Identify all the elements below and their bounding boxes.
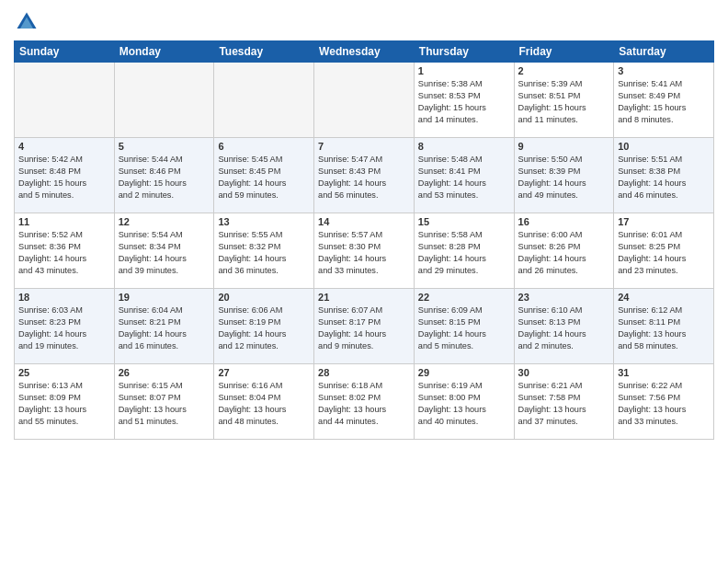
day-info: Sunrise: 5:52 AM Sunset: 8:36 PM Dayligh…: [18, 229, 110, 277]
day-number: 19: [119, 292, 210, 303]
calendar-cell: 5Sunrise: 5:44 AM Sunset: 8:46 PM Daylig…: [114, 138, 214, 213]
calendar-week-4: 18Sunrise: 6:03 AM Sunset: 8:23 PM Dayli…: [15, 289, 714, 364]
day-info: Sunrise: 6:13 AM Sunset: 8:09 PM Dayligh…: [18, 380, 110, 428]
day-number: 2: [518, 65, 610, 76]
calendar-cell: [214, 63, 314, 138]
day-number: 24: [618, 292, 710, 303]
calendar-cell: 2Sunrise: 5:39 AM Sunset: 8:51 PM Daylig…: [514, 63, 614, 138]
calendar-cell: 20Sunrise: 6:06 AM Sunset: 8:19 PM Dayli…: [214, 289, 314, 364]
calendar-cell: 12Sunrise: 5:54 AM Sunset: 8:34 PM Dayli…: [114, 213, 214, 289]
day-info: Sunrise: 5:44 AM Sunset: 8:46 PM Dayligh…: [119, 154, 210, 201]
calendar-cell: 17Sunrise: 6:01 AM Sunset: 8:25 PM Dayli…: [614, 213, 714, 289]
calendar-cell: 24Sunrise: 6:12 AM Sunset: 8:11 PM Dayli…: [614, 289, 714, 364]
day-info: Sunrise: 6:09 AM Sunset: 8:15 PM Dayligh…: [418, 304, 510, 352]
calendar-cell: 27Sunrise: 6:16 AM Sunset: 8:04 PM Dayli…: [214, 364, 314, 440]
day-info: Sunrise: 6:15 AM Sunset: 8:07 PM Dayligh…: [119, 380, 210, 428]
logo: [14, 9, 43, 35]
day-number: 4: [18, 141, 110, 152]
calendar-header-row: SundayMondayTuesdayWednesdayThursdayFrid…: [15, 41, 714, 63]
weekday-header-friday: Friday: [514, 41, 614, 63]
calendar-cell: 16Sunrise: 6:00 AM Sunset: 8:26 PM Dayli…: [514, 213, 614, 289]
day-number: 9: [518, 141, 610, 152]
calendar-cell: 18Sunrise: 6:03 AM Sunset: 8:23 PM Dayli…: [15, 289, 115, 364]
day-info: Sunrise: 5:54 AM Sunset: 8:34 PM Dayligh…: [119, 229, 210, 277]
day-number: 23: [518, 292, 610, 303]
day-info: Sunrise: 5:38 AM Sunset: 8:53 PM Dayligh…: [418, 78, 510, 126]
day-info: Sunrise: 6:12 AM Sunset: 8:11 PM Dayligh…: [618, 304, 710, 352]
day-number: 31: [618, 367, 710, 378]
day-number: 30: [518, 367, 610, 378]
weekday-header-saturday: Saturday: [614, 41, 714, 63]
weekday-header-sunday: Sunday: [15, 41, 115, 63]
day-info: Sunrise: 5:58 AM Sunset: 8:28 PM Dayligh…: [418, 229, 510, 277]
day-number: 7: [318, 141, 410, 152]
calendar-cell: 14Sunrise: 5:57 AM Sunset: 8:30 PM Dayli…: [314, 213, 415, 289]
day-info: Sunrise: 6:22 AM Sunset: 7:56 PM Dayligh…: [618, 380, 710, 428]
calendar-cell: 26Sunrise: 6:15 AM Sunset: 8:07 PM Dayli…: [114, 364, 214, 440]
day-number: 28: [318, 367, 410, 378]
calendar-table: SundayMondayTuesdayWednesdayThursdayFrid…: [14, 40, 714, 440]
calendar-cell: 30Sunrise: 6:21 AM Sunset: 7:58 PM Dayli…: [514, 364, 614, 440]
calendar-cell: 19Sunrise: 6:04 AM Sunset: 8:21 PM Dayli…: [114, 289, 214, 364]
weekday-header-wednesday: Wednesday: [314, 41, 415, 63]
day-info: Sunrise: 6:19 AM Sunset: 8:00 PM Dayligh…: [418, 380, 510, 428]
day-info: Sunrise: 6:18 AM Sunset: 8:02 PM Dayligh…: [318, 380, 410, 428]
day-number: 8: [418, 141, 510, 152]
day-info: Sunrise: 5:51 AM Sunset: 8:38 PM Dayligh…: [618, 154, 710, 201]
calendar-cell: 29Sunrise: 6:19 AM Sunset: 8:00 PM Dayli…: [414, 364, 514, 440]
calendar-cell: [15, 63, 115, 138]
day-info: Sunrise: 5:45 AM Sunset: 8:45 PM Dayligh…: [218, 154, 310, 201]
day-number: 6: [218, 141, 310, 152]
day-info: Sunrise: 5:55 AM Sunset: 8:32 PM Dayligh…: [218, 229, 310, 277]
day-number: 15: [418, 216, 510, 227]
weekday-header-thursday: Thursday: [414, 41, 514, 63]
day-number: 11: [18, 216, 110, 227]
calendar-cell: 6Sunrise: 5:45 AM Sunset: 8:45 PM Daylig…: [214, 138, 314, 213]
day-info: Sunrise: 5:39 AM Sunset: 8:51 PM Dayligh…: [518, 78, 610, 126]
calendar-cell: 11Sunrise: 5:52 AM Sunset: 8:36 PM Dayli…: [15, 213, 115, 289]
day-number: 17: [618, 216, 710, 227]
day-info: Sunrise: 6:04 AM Sunset: 8:21 PM Dayligh…: [119, 304, 210, 352]
day-number: 10: [618, 141, 710, 152]
day-info: Sunrise: 5:42 AM Sunset: 8:48 PM Dayligh…: [18, 154, 110, 201]
day-info: Sunrise: 6:03 AM Sunset: 8:23 PM Dayligh…: [18, 304, 110, 352]
day-info: Sunrise: 5:48 AM Sunset: 8:41 PM Dayligh…: [418, 154, 510, 201]
calendar-week-5: 25Sunrise: 6:13 AM Sunset: 8:09 PM Dayli…: [15, 364, 714, 440]
day-number: 16: [518, 216, 610, 227]
calendar-cell: 7Sunrise: 5:47 AM Sunset: 8:43 PM Daylig…: [314, 138, 415, 213]
day-info: Sunrise: 6:21 AM Sunset: 7:58 PM Dayligh…: [518, 380, 610, 428]
day-info: Sunrise: 6:01 AM Sunset: 8:25 PM Dayligh…: [618, 229, 710, 277]
calendar-cell: 31Sunrise: 6:22 AM Sunset: 7:56 PM Dayli…: [614, 364, 714, 440]
calendar-week-1: 1Sunrise: 5:38 AM Sunset: 8:53 PM Daylig…: [15, 63, 714, 138]
calendar-cell: 10Sunrise: 5:51 AM Sunset: 8:38 PM Dayli…: [614, 138, 714, 213]
calendar-cell: 1Sunrise: 5:38 AM Sunset: 8:53 PM Daylig…: [414, 63, 514, 138]
day-number: 18: [18, 292, 110, 303]
day-number: 20: [218, 292, 310, 303]
day-info: Sunrise: 5:57 AM Sunset: 8:30 PM Dayligh…: [318, 229, 410, 277]
calendar-cell: 25Sunrise: 6:13 AM Sunset: 8:09 PM Dayli…: [15, 364, 115, 440]
calendar-cell: 28Sunrise: 6:18 AM Sunset: 8:02 PM Dayli…: [314, 364, 415, 440]
calendar-week-3: 11Sunrise: 5:52 AM Sunset: 8:36 PM Dayli…: [15, 213, 714, 289]
day-info: Sunrise: 6:10 AM Sunset: 8:13 PM Dayligh…: [518, 304, 610, 352]
day-number: 1: [418, 65, 510, 76]
calendar-cell: [314, 63, 415, 138]
day-info: Sunrise: 5:47 AM Sunset: 8:43 PM Dayligh…: [318, 154, 410, 201]
day-number: 25: [18, 367, 110, 378]
calendar-cell: [114, 63, 214, 138]
day-number: 29: [418, 367, 510, 378]
header: [14, 9, 714, 35]
calendar-cell: 13Sunrise: 5:55 AM Sunset: 8:32 PM Dayli…: [214, 213, 314, 289]
day-info: Sunrise: 5:41 AM Sunset: 8:49 PM Dayligh…: [618, 78, 710, 126]
day-info: Sunrise: 6:07 AM Sunset: 8:17 PM Dayligh…: [318, 304, 410, 352]
day-number: 12: [119, 216, 210, 227]
day-info: Sunrise: 5:50 AM Sunset: 8:39 PM Dayligh…: [518, 154, 610, 201]
calendar-cell: 23Sunrise: 6:10 AM Sunset: 8:13 PM Dayli…: [514, 289, 614, 364]
calendar-cell: 22Sunrise: 6:09 AM Sunset: 8:15 PM Dayli…: [414, 289, 514, 364]
day-number: 21: [318, 292, 410, 303]
logo-icon: [14, 9, 40, 35]
day-info: Sunrise: 6:06 AM Sunset: 8:19 PM Dayligh…: [218, 304, 310, 352]
weekday-header-monday: Monday: [114, 41, 214, 63]
calendar-cell: 15Sunrise: 5:58 AM Sunset: 8:28 PM Dayli…: [414, 213, 514, 289]
calendar-cell: 4Sunrise: 5:42 AM Sunset: 8:48 PM Daylig…: [15, 138, 115, 213]
day-info: Sunrise: 6:16 AM Sunset: 8:04 PM Dayligh…: [218, 380, 310, 428]
